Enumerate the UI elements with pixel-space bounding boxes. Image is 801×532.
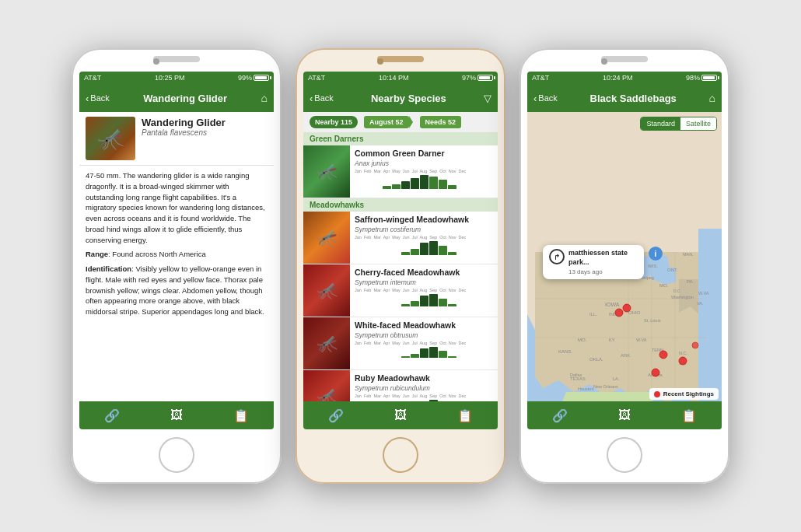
map-toggle-satellite[interactable]: Satellite bbox=[680, 117, 716, 130]
species-body: 47-50 mm. The wandering glider is a wide… bbox=[79, 166, 274, 326]
months-header-whitefaced: Jan Feb Mar Apr May Jun Jul Aug Sep Oct … bbox=[355, 341, 493, 345]
filter-needs[interactable]: Needs 52 bbox=[420, 116, 462, 128]
list-icon-1[interactable]: 📋 bbox=[233, 408, 249, 423]
time-2: 10:14 PM bbox=[379, 74, 409, 82]
thumb-cherry: 🦟 bbox=[303, 264, 350, 317]
species-latin-ruby: Sympetrum rubicundulum bbox=[355, 384, 493, 392]
species-latin-saffron: Sympetrum costiferum bbox=[355, 226, 493, 233]
image-icon-1[interactable]: 🖼 bbox=[170, 408, 183, 422]
back-label-3: Back bbox=[538, 93, 557, 103]
chart-saffron bbox=[355, 241, 493, 255]
battery-pct-3: 98% bbox=[686, 74, 700, 82]
thumb-whitefaced: 🦟 bbox=[303, 317, 350, 369]
svg-text:N.C.: N.C. bbox=[679, 351, 687, 355]
home-icon-1[interactable]: ⌂ bbox=[261, 92, 268, 104]
link-icon-1[interactable]: 🔗 bbox=[104, 408, 120, 423]
filter-icon[interactable]: ▽ bbox=[484, 93, 491, 104]
species-info-cherry: Cherry-faced Meadowhawk Sympetrum intern… bbox=[350, 264, 498, 317]
species-latin-cherry: Sympetrum internum bbox=[355, 278, 493, 286]
species-info-common-green-darner: Common Green Darner Anax junius Jan Feb … bbox=[350, 145, 498, 198]
months-header-saffron: Jan Feb Mar Apr May Jun Jul Aug Sep Oct … bbox=[355, 235, 493, 240]
list-icon-2[interactable]: 📋 bbox=[457, 408, 473, 423]
species-latin-whitefaced: Sympetrum obtrusum bbox=[355, 331, 493, 339]
svg-text:OHIO: OHIO bbox=[628, 310, 641, 315]
svg-text:MO.: MO. bbox=[578, 338, 587, 342]
svg-text:D.C.: D.C. bbox=[673, 289, 681, 293]
thumb-saffron: 🦟 bbox=[303, 212, 350, 264]
carrier-3: AT&T bbox=[532, 74, 549, 82]
svg-text:ARK.: ARK. bbox=[621, 353, 631, 358]
thumb-common-green-darner: 🦟 bbox=[303, 145, 350, 198]
species-name: Wandering Glider bbox=[142, 117, 226, 128]
chevron-icon-1: ‹ bbox=[86, 93, 89, 104]
svg-text:New Orleans: New Orleans bbox=[593, 384, 618, 389]
species-row-common-green-darner[interactable]: 🦟 Common Green Darner Anax junius Jan Fe… bbox=[303, 145, 498, 198]
back-button-1[interactable]: ‹ Back bbox=[86, 93, 110, 104]
svg-point-44 bbox=[692, 342, 698, 348]
callout-time: 13 days ago bbox=[568, 268, 638, 275]
species-name-ruby: Ruby Meadowhawk bbox=[355, 373, 493, 384]
months-header-cgd: Jan Feb Mar Apr May Jun Jul Aug Sep Oct … bbox=[355, 169, 493, 173]
home-icon-3[interactable]: ⌂ bbox=[709, 92, 715, 104]
battery-3: 98% bbox=[686, 74, 717, 82]
svg-text:Houston: Houston bbox=[578, 387, 594, 391]
battery-fill-1 bbox=[255, 76, 267, 79]
back-label-1: Back bbox=[90, 93, 109, 103]
recent-sightings-label: Recent Sightings bbox=[663, 390, 714, 397]
svg-text:IOWA: IOWA bbox=[605, 302, 620, 307]
callout-header: ↱ matthiessen state park... 13 days ago bbox=[549, 249, 638, 275]
battery-pct-1: 99% bbox=[238, 74, 252, 82]
filter-nearby[interactable]: Nearby 115 bbox=[310, 116, 358, 128]
back-button-3[interactable]: ‹ Back bbox=[533, 93, 558, 104]
species-latin-cgd: Anax junius bbox=[355, 159, 493, 167]
species-name-block: Wandering Glider Pantala flavescens bbox=[142, 117, 226, 160]
status-bar-1: AT&T 10:25 PM 99% bbox=[79, 72, 274, 84]
back-label-2: Back bbox=[314, 93, 333, 103]
battery-fill-2 bbox=[479, 76, 490, 79]
camera-3 bbox=[601, 58, 607, 65]
battery-bar-1 bbox=[254, 75, 269, 81]
legend-dot bbox=[654, 391, 660, 397]
list-icon-3[interactable]: 📋 bbox=[681, 408, 697, 423]
species-row-saffron[interactable]: 🦟 Saffron-winged Meadowhawk Sympetrum co… bbox=[303, 212, 498, 264]
camera-2 bbox=[377, 58, 383, 65]
battery-2: 97% bbox=[462, 74, 493, 82]
time-3: 10:24 PM bbox=[603, 74, 633, 82]
link-icon-3[interactable]: 🔗 bbox=[552, 408, 568, 423]
phone-3: AT&T 10:24 PM 98% ‹ Back Black Saddlebag… bbox=[519, 48, 729, 484]
screen-2: AT&T 10:14 PM 97% ‹ Back Nearby Species … bbox=[303, 72, 498, 429]
image-icon-2[interactable]: 🖼 bbox=[394, 408, 407, 422]
svg-text:KANS.: KANS. bbox=[558, 349, 572, 354]
svg-text:WIS.: WIS. bbox=[648, 264, 658, 268]
species-description: 47-50 mm. The wandering glider is a wide… bbox=[86, 170, 268, 245]
back-button-2[interactable]: ‹ Back bbox=[310, 93, 334, 104]
filter-bar: Nearby 115 August 52 Needs 52 bbox=[303, 112, 498, 132]
species-row-cherry[interactable]: 🦟 Cherry-faced Meadowhawk Sympetrum inte… bbox=[303, 264, 498, 317]
species-name-cherry: Cherry-faced Meadowhawk bbox=[355, 268, 493, 278]
bottom-toolbar-3: 🔗 🖼 📋 bbox=[527, 401, 722, 429]
species-info-whitefaced: White-faced Meadowhawk Sympetrum obtrusu… bbox=[350, 317, 498, 369]
camera-1 bbox=[153, 58, 159, 65]
p1-content: 🦟 Wandering Glider Pantala flavescens 47… bbox=[79, 112, 274, 429]
svg-point-42 bbox=[679, 357, 687, 365]
map-toggle-standard[interactable]: Standard bbox=[641, 117, 680, 130]
recent-sightings-badge: Recent Sightings bbox=[649, 388, 719, 400]
nav-title-1: Wandering Glider bbox=[110, 93, 261, 104]
svg-text:St. Louis: St. Louis bbox=[644, 318, 661, 323]
chart-whitefaced bbox=[355, 347, 493, 358]
link-icon-2[interactable]: 🔗 bbox=[328, 408, 344, 423]
dragonfly-thumb-4: 🦟 bbox=[303, 317, 350, 369]
chart-cherry bbox=[355, 294, 493, 306]
time-1: 10:25 PM bbox=[155, 74, 185, 82]
map-callout[interactable]: ↱ matthiessen state park... 13 days ago … bbox=[543, 245, 644, 278]
image-icon-3[interactable]: 🖼 bbox=[618, 408, 631, 422]
species-name-saffron: Saffron-winged Meadowhawk bbox=[355, 215, 493, 226]
species-name-cgd: Common Green Darner bbox=[355, 149, 493, 159]
callout-location: matthiessen state park... bbox=[568, 249, 638, 267]
battery-bar-3 bbox=[701, 75, 717, 81]
months-header-cherry: Jan Feb Mar Apr May Jun Jul Aug Sep Oct … bbox=[355, 288, 493, 292]
filter-august[interactable]: August 52 bbox=[364, 116, 409, 128]
nav-bar-3: ‹ Back Black Saddlebags ⌂ bbox=[527, 84, 722, 112]
species-image: 🦟 bbox=[86, 117, 135, 160]
species-row-whitefaced[interactable]: 🦟 White-faced Meadowhawk Sympetrum obtru… bbox=[303, 317, 498, 370]
